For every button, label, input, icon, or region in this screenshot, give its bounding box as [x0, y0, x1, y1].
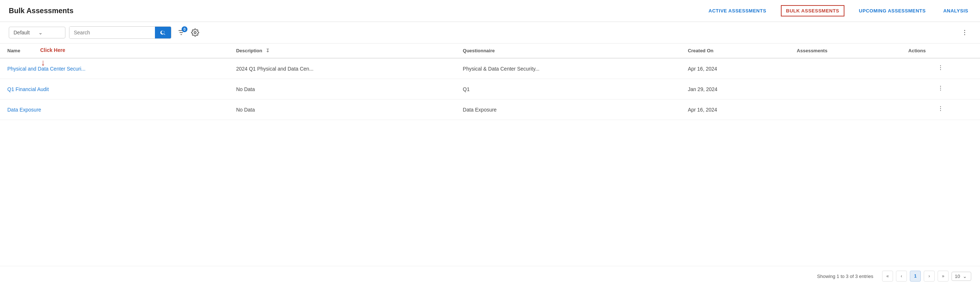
- more-vert-icon: [961, 29, 968, 36]
- row-1-name[interactable]: Physical and Data Center Securi...: [0, 58, 229, 79]
- gear-button[interactable]: [191, 29, 199, 37]
- col-header-actions: Actions: [901, 43, 980, 58]
- header-nav: ACTIVE ASSESSMENTS BULK ASSESSMENTS UPCO…: [706, 5, 971, 16]
- toolbar-more-button[interactable]: [958, 27, 971, 38]
- pagination-footer: Showing 1 to 3 of 3 entries « ‹ 1 › » 10…: [0, 266, 980, 286]
- page-size-label: 10: [955, 273, 960, 279]
- row-1-created-on: Apr 16, 2024: [680, 58, 789, 79]
- row-3-description: No Data: [229, 99, 455, 120]
- more-vert-icon: [937, 105, 944, 112]
- click-here-annotation: Click Here ↓: [40, 47, 65, 53]
- filter-button[interactable]: 0: [177, 29, 185, 37]
- pagination-prev-button[interactable]: ‹: [896, 271, 907, 281]
- row-1-description: 2024 Q1 Physical and Data Cen...: [229, 58, 455, 79]
- row-3-questionnaire: Data Exposure: [456, 99, 681, 120]
- row-1-more-button[interactable]: [908, 64, 973, 73]
- svg-point-6: [964, 34, 966, 35]
- svg-point-10: [940, 86, 941, 87]
- default-dropdown[interactable]: Default ⌄: [9, 27, 65, 38]
- pagination-status: Showing 1 to 3 of 3 entries: [817, 273, 873, 279]
- more-vert-icon: [937, 85, 944, 91]
- pagination-page-1-button[interactable]: 1: [910, 271, 921, 281]
- main-container: Bulk Assessments ACTIVE ASSESSMENTS BULK…: [0, 0, 980, 286]
- svg-point-5: [964, 32, 966, 33]
- header: Bulk Assessments ACTIVE ASSESSMENTS BULK…: [0, 0, 980, 22]
- bulk-assessments-table: Name Click Here ↓ Description ↧ Question…: [0, 43, 980, 120]
- col-header-assessments: Assessments: [790, 43, 901, 58]
- row-2-created-on: Jan 29, 2024: [680, 79, 789, 99]
- pagination-first-button[interactable]: «: [882, 271, 893, 281]
- search-wrapper: [69, 26, 171, 39]
- row-2-questionnaire: Q1: [456, 79, 681, 99]
- col-header-created-on: Created On: [680, 43, 789, 58]
- row-3-more-button[interactable]: [908, 105, 973, 114]
- nav-item-active-assessments[interactable]: ACTIVE ASSESSMENTS: [706, 6, 769, 15]
- filter-badge: 0: [181, 26, 188, 32]
- page-title: Bulk Assessments: [9, 6, 73, 15]
- nav-item-upcoming-assessments[interactable]: UPCOMING ASSESSMENTS: [856, 6, 929, 15]
- svg-point-3: [194, 32, 196, 34]
- row-2-name[interactable]: Q1 Financial Audit: [0, 79, 229, 99]
- row-2-description: No Data: [229, 79, 455, 99]
- svg-point-9: [940, 69, 941, 70]
- table-header-row: Name Click Here ↓ Description ↧ Question…: [0, 43, 980, 58]
- sort-icon[interactable]: ↧: [266, 48, 270, 53]
- nav-item-bulk-assessments[interactable]: BULK ASSESSMENTS: [781, 5, 844, 16]
- table-wrapper: Name Click Here ↓ Description ↧ Question…: [0, 43, 980, 266]
- table-row: Physical and Data Center Securi... 2024 …: [0, 58, 980, 79]
- table-row: Data Exposure No Data Data Exposure Apr …: [0, 99, 980, 120]
- toolbar: Default ⌄ 0: [0, 22, 980, 43]
- row-3-name[interactable]: Data Exposure: [0, 99, 229, 120]
- search-icon: [160, 30, 166, 35]
- svg-point-13: [940, 106, 941, 107]
- row-1-actions: [901, 58, 980, 79]
- row-2-more-button[interactable]: [908, 85, 973, 93]
- dropdown-label: Default: [14, 30, 30, 35]
- gear-icon: [191, 29, 199, 37]
- more-vert-icon: [937, 64, 944, 71]
- row-3-created-on: Apr 16, 2024: [680, 99, 789, 120]
- col-header-description: Description ↧: [229, 43, 455, 58]
- click-here-label: Click Here: [40, 47, 65, 53]
- row-2-actions: [901, 79, 980, 99]
- svg-point-15: [940, 110, 941, 111]
- row-1-questionnaire: Physical & Data Center Security...: [456, 58, 681, 79]
- svg-point-12: [940, 89, 941, 90]
- page-size-dropdown[interactable]: 10 ⌄: [951, 272, 971, 281]
- col-header-name: Name Click Here ↓: [0, 43, 229, 58]
- search-input[interactable]: [69, 27, 155, 38]
- page-size-chevron-icon: ⌄: [963, 273, 967, 279]
- svg-point-4: [964, 30, 966, 31]
- search-button[interactable]: [155, 27, 171, 38]
- row-3-assessments: [790, 99, 901, 120]
- svg-point-7: [940, 66, 941, 66]
- table-row: Q1 Financial Audit No Data Q1 Jan 29, 20…: [0, 79, 980, 99]
- pagination-next-button[interactable]: ›: [924, 271, 935, 281]
- chevron-down-icon: ⌄: [38, 30, 43, 35]
- pagination-last-button[interactable]: »: [938, 271, 948, 281]
- svg-point-8: [940, 67, 941, 68]
- row-1-assessments: [790, 58, 901, 79]
- row-2-assessments: [790, 79, 901, 99]
- nav-item-analysis[interactable]: ANALYSIS: [940, 6, 971, 15]
- svg-point-14: [940, 108, 941, 109]
- svg-point-11: [940, 88, 941, 88]
- col-header-questionnaire: Questionnaire: [456, 43, 681, 58]
- row-3-actions: [901, 99, 980, 120]
